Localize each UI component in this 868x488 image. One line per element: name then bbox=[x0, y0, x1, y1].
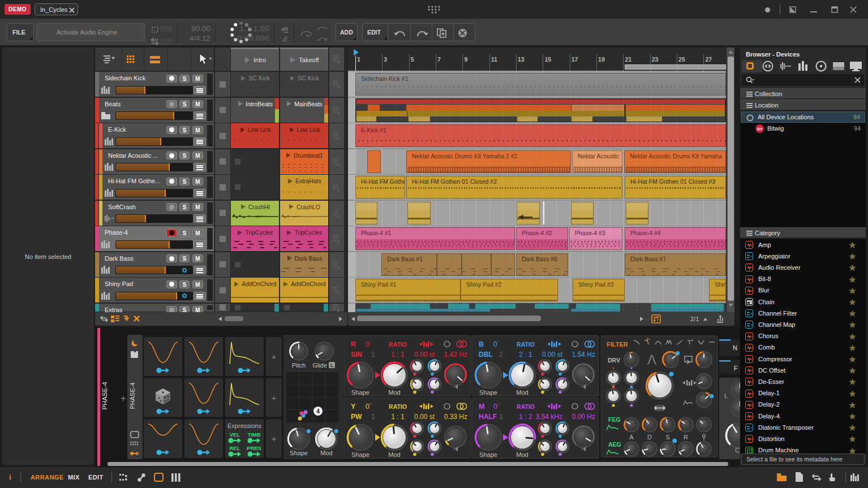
svg-text:M: M bbox=[479, 403, 484, 411]
svg-text:4: 4 bbox=[316, 408, 320, 414]
svg-text:Shape: Shape bbox=[290, 450, 308, 456]
svg-text:0.00 Hz: 0.00 Hz bbox=[572, 413, 595, 421]
svg-text:˚: ˚ bbox=[370, 340, 372, 346]
svg-text:0.33 Hz: 0.33 Hz bbox=[444, 413, 467, 421]
svg-text:PRES: PRES bbox=[247, 445, 261, 451]
svg-text:RATIO: RATIO bbox=[517, 403, 535, 410]
svg-text:Mod: Mod bbox=[320, 450, 332, 456]
svg-text:L: L bbox=[330, 362, 333, 368]
svg-text:4: 4 bbox=[646, 337, 648, 341]
svg-text:0: 0 bbox=[366, 403, 369, 411]
svg-text:PW: PW bbox=[351, 413, 362, 421]
svg-text:1 : 1: 1 : 1 bbox=[391, 413, 405, 421]
svg-text:C: C bbox=[735, 447, 740, 454]
svg-text:2: 2 bbox=[499, 351, 503, 359]
svg-text:1: 1 bbox=[499, 413, 503, 421]
svg-text:+: + bbox=[121, 394, 126, 403]
svg-text:Glide: Glide bbox=[312, 362, 327, 369]
svg-text:˚: ˚ bbox=[498, 340, 500, 346]
svg-text:+: + bbox=[272, 393, 277, 403]
svg-text:1 : 1: 1 : 1 bbox=[391, 351, 405, 359]
svg-text:PHASE-4: PHASE-4 bbox=[101, 382, 108, 410]
svg-text:Mod: Mod bbox=[388, 451, 400, 458]
svg-text:N: N bbox=[733, 344, 737, 351]
svg-text:RATIO: RATIO bbox=[517, 341, 535, 348]
svg-text:Y: Y bbox=[351, 403, 356, 411]
svg-text:1: 1 bbox=[371, 351, 375, 359]
svg-text:0.00 st: 0.00 st bbox=[414, 413, 435, 421]
svg-text:REL: REL bbox=[230, 445, 240, 451]
svg-text:DBL: DBL bbox=[479, 351, 493, 359]
svg-text:RATIO: RATIO bbox=[389, 341, 407, 348]
svg-text:VEL: VEL bbox=[230, 431, 240, 438]
svg-text:1 : 2: 1 : 2 bbox=[519, 413, 532, 421]
svg-text:L: L bbox=[724, 392, 728, 399]
svg-text:Shape: Shape bbox=[351, 451, 369, 458]
svg-text:HALF: HALF bbox=[479, 413, 497, 421]
svg-text:1.42 Hz: 1.42 Hz bbox=[444, 351, 467, 359]
svg-text:Mod: Mod bbox=[516, 389, 528, 396]
svg-text:+: + bbox=[272, 434, 277, 443]
svg-text:1: 1 bbox=[371, 413, 375, 421]
svg-text:Shape: Shape bbox=[351, 389, 369, 396]
svg-text:3.54 kHz: 3.54 kHz bbox=[536, 413, 562, 421]
svg-text:S: S bbox=[665, 434, 669, 441]
svg-text:FILTER: FILTER bbox=[607, 341, 628, 348]
svg-text:PHASE-4: PHASE-4 bbox=[129, 382, 136, 409]
svg-text:Mod: Mod bbox=[516, 451, 528, 458]
svg-text:0.00 st: 0.00 st bbox=[414, 351, 435, 359]
svg-text:Mod: Mod bbox=[388, 389, 400, 396]
svg-text:Shape: Shape bbox=[479, 451, 497, 458]
svg-text:FEG: FEG bbox=[608, 416, 621, 423]
svg-text:˚: ˚ bbox=[498, 403, 500, 408]
svg-text:F: F bbox=[734, 365, 738, 372]
svg-text:Pitch: Pitch bbox=[292, 362, 306, 369]
svg-text:Expressions: Expressions bbox=[227, 422, 261, 429]
svg-text:Shape: Shape bbox=[479, 389, 497, 396]
svg-text:R: R bbox=[351, 340, 356, 348]
svg-text:RATIO: RATIO bbox=[389, 403, 407, 410]
svg-text:2 : 1: 2 : 1 bbox=[519, 351, 532, 359]
svg-text:˚: ˚ bbox=[370, 403, 372, 408]
svg-text:0.00 st: 0.00 st bbox=[542, 351, 563, 359]
svg-text:0: 0 bbox=[493, 403, 497, 411]
svg-text:DRV: DRV bbox=[608, 357, 620, 364]
svg-text:D: D bbox=[647, 434, 652, 441]
svg-text:1.54 Hz: 1.54 Hz bbox=[572, 351, 595, 359]
svg-text:SIN: SIN bbox=[351, 351, 362, 359]
svg-text:TIMB: TIMB bbox=[247, 431, 260, 438]
svg-text:AEG: AEG bbox=[608, 441, 621, 448]
svg-text:B: B bbox=[479, 340, 484, 348]
svg-text:+: + bbox=[272, 352, 277, 361]
svg-text:0: 0 bbox=[493, 340, 497, 348]
svg-text:0: 0 bbox=[366, 340, 369, 348]
svg-text:R: R bbox=[684, 434, 688, 441]
svg-text:A: A bbox=[629, 434, 634, 441]
